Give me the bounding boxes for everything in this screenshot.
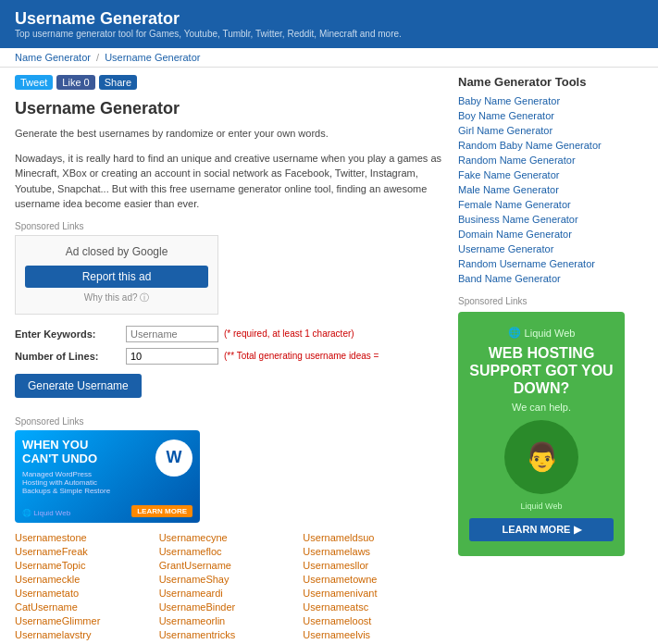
sidebar-link[interactable]: Male Name Generator <box>458 184 559 195</box>
lw-headline: WEB HOSTING SUPPORT GOT YOU DOWN? <box>469 344 614 398</box>
result-item[interactable]: Usernamenivant <box>303 588 447 599</box>
results-col-3: UsernameldsuoUsernamelawsUsernamesllorUs… <box>303 532 447 645</box>
result-item[interactable]: Usernameardi <box>159 588 304 599</box>
lw-tagline: We can help. <box>469 402 614 413</box>
results-col-1: UsernamestoneUsernameFreakUsernameTopicU… <box>15 532 159 645</box>
keywords-input[interactable] <box>126 326 218 342</box>
sidebar-links: Baby Name GeneratorBoy Name GeneratorGir… <box>458 94 643 285</box>
sidebar-title: Name Generator Tools <box>458 75 643 89</box>
result-item[interactable]: Usernamesllor <box>303 560 447 571</box>
description-2: Nowadays, it is really hard to find an u… <box>15 151 447 212</box>
sidebar-link-item: Business Name Generator <box>458 213 643 226</box>
lw-globe-icon: 🌐 <box>508 327 521 339</box>
result-item[interactable]: CatUsername <box>15 601 159 613</box>
keywords-row: Enter Keywords: (* required, at least 1 … <box>15 326 447 342</box>
nav-username-generator[interactable]: Username Generator <box>105 52 200 63</box>
sidebar-link-item: Random Name Generator <box>458 154 643 167</box>
sidebar-link-item: Band Name Generator <box>458 272 643 285</box>
sidebar-link[interactable]: Girl Name Generator <box>458 125 552 136</box>
result-item[interactable]: Usernameldsuo <box>303 532 447 543</box>
ad-sub: Managed WordPress Hosting with Automatic… <box>22 470 115 495</box>
sidebar-link-item: Female Name Generator <box>458 198 643 211</box>
sponsored-label-bottom: Sponsored Links <box>15 416 447 427</box>
lw-person-image: 👨 <box>504 420 578 494</box>
report-ad-button[interactable]: Report this ad <box>25 266 208 288</box>
sidebar-link-item: Random Username Generator <box>458 257 643 270</box>
result-item[interactable]: Usernamecyne <box>159 532 304 543</box>
sidebar-link[interactable]: Boy Name Generator <box>458 110 554 121</box>
result-item[interactable]: Usernameckle <box>15 574 159 585</box>
sidebar-link-item: Girl Name Generator <box>458 124 643 137</box>
keywords-label: Enter Keywords: <box>15 328 126 340</box>
result-item[interactable]: Usernametato <box>15 588 159 599</box>
generate-button[interactable]: Generate Username <box>15 374 142 398</box>
result-item[interactable]: UsernameFreak <box>15 546 159 557</box>
result-item[interactable]: Usernamelavstry <box>15 629 159 640</box>
lw-learn-btn[interactable]: LEARN MORE ▶ <box>469 518 614 541</box>
nav-name-generator[interactable]: Name Generator <box>15 52 91 63</box>
social-buttons: Tweet Like 0 Share <box>15 75 447 90</box>
lw-person-label: Liquid Web <box>469 502 614 511</box>
sidebar-link[interactable]: Baby Name Generator <box>458 95 560 106</box>
sidebar-link-item: Random Baby Name Generator <box>458 139 643 152</box>
result-item[interactable]: Usernameloost <box>303 615 447 626</box>
site-title: Username Generator <box>15 9 643 29</box>
sidebar-link[interactable]: Fake Name Generator <box>458 169 559 180</box>
learn-more-btn[interactable]: LEARN MORE <box>131 505 192 517</box>
result-item[interactable]: Usernamefloc <box>159 546 304 557</box>
wordpress-logo-icon: W <box>155 440 192 477</box>
lines-note: (** Total generating username ideas = <box>224 351 379 361</box>
ad-headline: WHEN YOU CAN'T UNDO <box>22 438 115 466</box>
lw-logo-top: 🌐 Liquid Web <box>469 327 614 339</box>
sidebar: Name Generator Tools Baby Name Generator… <box>458 75 643 644</box>
result-item[interactable]: Usernametowne <box>303 574 447 585</box>
share-button[interactable]: Share <box>99 75 137 90</box>
result-item[interactable]: Usernameelvis <box>303 629 447 640</box>
result-item[interactable]: GrantUsername <box>159 560 304 571</box>
ad-banner-undo[interactable]: WHEN YOU CAN'T UNDO Managed WordPress Ho… <box>15 430 200 523</box>
form-section: Enter Keywords: (* required, at least 1 … <box>15 326 447 407</box>
result-item[interactable]: Usernamentricks <box>159 629 304 640</box>
sidebar-link[interactable]: Business Name Generator <box>458 214 578 225</box>
result-item[interactable]: Usernamelaws <box>303 546 447 557</box>
lines-input[interactable] <box>126 348 218 365</box>
results-col-2: UsernamecyneUsernameflocGrantUsernameUse… <box>159 532 304 645</box>
content-area: Tweet Like 0 Share Username Generator Ge… <box>15 75 458 644</box>
result-item[interactable]: Usernameatsc <box>303 601 447 613</box>
results-grid: UsernamestoneUsernameFreakUsernameTopicU… <box>15 532 447 645</box>
page-title: Username Generator <box>15 99 447 118</box>
keywords-hint: (* required, at least 1 character) <box>224 328 354 339</box>
lines-label: Number of Lines: <box>15 351 126 362</box>
sidebar-link[interactable]: Random Name Generator <box>458 155 576 166</box>
sidebar-link-item: Male Name Generator <box>458 183 643 196</box>
lw-logo-bottom: 🌐 Liquid Web <box>22 509 70 517</box>
result-item[interactable]: UsernameBinder <box>159 601 304 613</box>
sponsored-label-top: Sponsored Links <box>15 221 447 231</box>
sidebar-link[interactable]: Domain Name Generator <box>458 229 572 240</box>
breadcrumb: Name Generator / Username Generator <box>0 48 658 68</box>
ad-closed-text: Ad closed by Google <box>25 245 208 258</box>
why-this-ad[interactable]: Why this ad? ⓘ <box>25 291 208 304</box>
site-header: Username Generator Top username generato… <box>0 0 658 48</box>
tweet-button[interactable]: Tweet <box>15 75 53 90</box>
result-item[interactable]: UsernameShay <box>159 574 304 585</box>
result-item[interactable]: UsernameGlimmer <box>15 615 159 626</box>
lw-ad[interactable]: 🌐 Liquid Web WEB HOSTING SUPPORT GOT YOU… <box>458 312 625 556</box>
sidebar-sponsored-label: Sponsored Links <box>458 296 643 306</box>
result-item[interactable]: Usernameorlin <box>159 615 304 626</box>
sidebar-link-item: Domain Name Generator <box>458 228 643 241</box>
sidebar-link-item: Boy Name Generator <box>458 109 643 122</box>
sidebar-link[interactable]: Band Name Generator <box>458 273 561 284</box>
sidebar-link[interactable]: Female Name Generator <box>458 199 571 210</box>
lw-logo-text: Liquid Web <box>525 328 576 339</box>
site-tagline: Top username generator tool for Games, Y… <box>15 29 643 39</box>
like-button[interactable]: Like 0 <box>56 75 94 90</box>
sidebar-link-item: Username Generator <box>458 242 643 255</box>
result-item[interactable]: Usernamestone <box>15 532 159 543</box>
sidebar-link[interactable]: Username Generator <box>458 243 553 254</box>
sidebar-link[interactable]: Random Username Generator <box>458 258 595 269</box>
sidebar-link[interactable]: Random Baby Name Generator <box>458 140 602 151</box>
result-item[interactable]: UsernameTopic <box>15 560 159 571</box>
sidebar-link-item: Fake Name Generator <box>458 168 643 181</box>
sidebar-link-item: Baby Name Generator <box>458 94 643 107</box>
